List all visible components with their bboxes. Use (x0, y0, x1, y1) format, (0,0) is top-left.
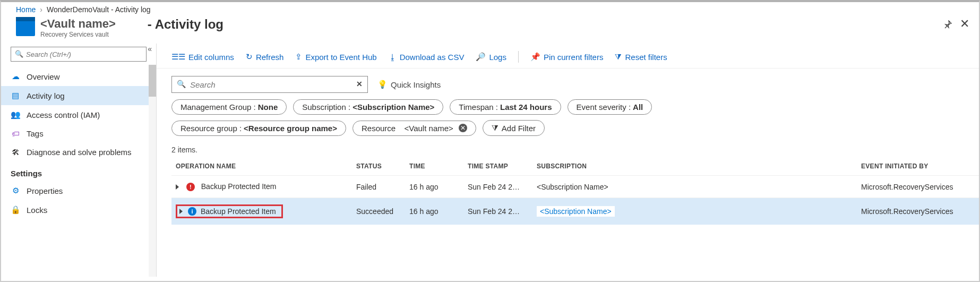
sidebar-item-label: Access control (IAM) (27, 110, 100, 119)
sidebar-item-overview[interactable]: ☁ Overview (1, 67, 156, 86)
operation-name: Backup Protected Item (201, 182, 277, 191)
download-csv-button[interactable]: ⭳Download as CSV (389, 53, 465, 62)
filter-pill-resource[interactable]: Resource <Vault name>✕ (353, 121, 476, 136)
sidebar-item-activity-log[interactable]: ▤ Activity log (1, 86, 156, 105)
sidebar: « 🔍 ☁ Overview ▤ Activity log 👥 Access c… (1, 44, 157, 277)
logs-icon: 🔎 (476, 52, 486, 62)
initiated-cell: Microsoft.RecoveryServices (857, 176, 979, 198)
timestamp-cell: Sun Feb 24 2… (463, 198, 532, 225)
subscription-cell: <Subscription Name> (532, 176, 857, 198)
chevron-right-icon: › (40, 5, 42, 14)
properties-icon: ⚙ (11, 186, 20, 195)
sidebar-section-settings: Settings (1, 161, 156, 181)
filter-pill-severity[interactable]: Event severity : All (568, 99, 652, 115)
filter-pill-resource-group[interactable]: Resource group : <Resource group name> (171, 121, 346, 136)
vault-name: <Vault name> (40, 17, 116, 31)
filter-reset-icon: ⧩ (615, 52, 622, 62)
tag-icon: 🏷 (11, 129, 20, 138)
filter-pill-timespan[interactable]: Timespan : Last 24 hours (450, 99, 561, 115)
logs-button[interactable]: 🔎Logs (476, 52, 506, 62)
edit-columns-button[interactable]: ☰☰Edit columns (171, 52, 234, 62)
col-status[interactable]: Status (352, 157, 405, 176)
sidebar-item-label: Properties (27, 186, 63, 195)
sidebar-item-access-control[interactable]: 👥 Access control (IAM) (1, 105, 156, 124)
sidebar-item-label: Locks (27, 206, 47, 215)
table-row[interactable]: ! Backup Protected Item Failed 16 h ago … (171, 176, 979, 198)
initiated-cell: Microsoft.RecoveryServices (857, 198, 979, 225)
sidebar-item-label: Tags (27, 129, 44, 138)
clear-search-icon[interactable]: ✕ (356, 80, 363, 88)
operation-name: Backup Protected Item (201, 207, 276, 216)
col-time[interactable]: Time (405, 157, 463, 176)
status-cell: Failed (352, 176, 405, 198)
highlighted-operation: i Backup Protected Item (176, 204, 283, 218)
expand-icon[interactable] (179, 209, 183, 214)
page-header: <Vault name> Recovery Services vault - A… (1, 16, 979, 44)
close-icon[interactable]: ✕ (960, 17, 969, 31)
main-search-input[interactable] (171, 76, 368, 93)
filter-pill-management-group[interactable]: Management Group : None (171, 99, 287, 115)
collapse-sidebar-icon[interactable]: « (148, 45, 152, 53)
vault-type: Recovery Services vault (40, 31, 116, 38)
subscription-cell: <Subscription Name> (532, 198, 857, 225)
remove-filter-icon[interactable]: ✕ (459, 124, 467, 132)
col-operation[interactable]: Operation name (171, 157, 352, 176)
pin-filters-button[interactable]: 📌Pin current filters (530, 52, 604, 62)
export-icon: ⇪ (295, 52, 302, 62)
sidebar-item-label: Activity log (27, 91, 65, 100)
error-icon: ! (186, 183, 195, 191)
breadcrumb-home[interactable]: Home (16, 5, 36, 14)
log-icon: ▤ (11, 91, 20, 100)
sidebar-item-label: Overview (27, 72, 60, 81)
search-icon: 🔍 (15, 50, 23, 58)
lock-icon: 🔒 (11, 205, 20, 215)
info-icon: i (188, 207, 196, 216)
sidebar-item-properties[interactable]: ⚙ Properties (1, 181, 156, 200)
status-cell: Succeeded (352, 198, 405, 225)
iam-icon: 👥 (11, 110, 20, 119)
download-icon: ⭳ (389, 53, 397, 62)
page-title: - Activity log (148, 17, 223, 32)
time-cell: 16 h ago (405, 198, 463, 225)
reset-filters-button[interactable]: ⧩Reset filters (615, 52, 667, 62)
columns-icon: ☰☰ (171, 52, 185, 62)
sidebar-item-label: Diagnose and solve problems (27, 148, 132, 157)
col-initiated[interactable]: Event initiated by (857, 157, 979, 176)
timestamp-cell: Sun Feb 24 2… (463, 176, 532, 198)
refresh-button[interactable]: ↻Refresh (246, 52, 284, 62)
lightbulb-icon: 💡 (377, 80, 388, 89)
sidebar-scrollbar[interactable] (149, 65, 156, 277)
toolbar-divider (518, 51, 519, 63)
cloud-icon: ☁ (11, 72, 20, 81)
breadcrumb-current: WonderDemoVault - Activity log (47, 5, 151, 14)
sidebar-search-input[interactable] (11, 47, 147, 62)
table-row[interactable]: i Backup Protected Item Succeeded 16 h a… (171, 198, 979, 225)
wrench-icon: 🛠 (11, 148, 20, 157)
sidebar-item-locks[interactable]: 🔒 Locks (1, 200, 156, 219)
vault-icon (16, 17, 35, 36)
sidebar-item-diagnose[interactable]: 🛠 Diagnose and solve problems (1, 143, 156, 161)
toolbar: ☰☰Edit columns ↻Refresh ⇪Export to Event… (157, 47, 979, 69)
refresh-icon: ↻ (246, 52, 253, 62)
breadcrumb: Home › WonderDemoVault - Activity log (1, 2, 979, 16)
sidebar-item-tags[interactable]: 🏷 Tags (1, 124, 156, 143)
expand-icon[interactable] (176, 184, 179, 190)
pin-icon[interactable] (944, 19, 952, 28)
col-subscription[interactable]: Subscription (532, 157, 857, 176)
activity-table: Operation name Status Time Time stamp Su… (171, 157, 979, 225)
time-cell: 16 h ago (405, 176, 463, 198)
export-button[interactable]: ⇪Export to Event Hub (295, 52, 376, 62)
quick-insights-button[interactable]: 💡 Quick Insights (377, 80, 441, 89)
search-icon: 🔍 (177, 80, 186, 88)
filter-pill-subscription[interactable]: Subscription : <Subscription Name> (293, 99, 443, 115)
add-filter-button[interactable]: ⧩Add Filter (483, 120, 545, 136)
col-timestamp[interactable]: Time stamp (463, 157, 532, 176)
items-count: 2 items. (157, 139, 979, 157)
add-filter-icon: ⧩ (492, 123, 498, 133)
main-content: ☰☰Edit columns ↻Refresh ⇪Export to Event… (157, 44, 979, 277)
pin-icon: 📌 (530, 52, 540, 62)
